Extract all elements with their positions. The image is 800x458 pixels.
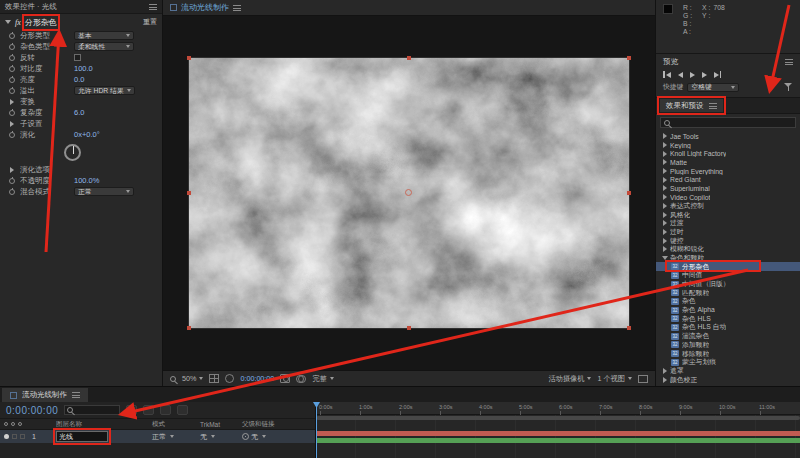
layer-handle[interactable] [187, 326, 191, 330]
layer-name-input[interactable] [56, 431, 108, 442]
effects-search-input[interactable] [673, 119, 792, 126]
stopwatch-icon[interactable] [9, 132, 15, 138]
fx-category-5[interactable]: Red Giant [656, 175, 800, 184]
viewer-timecode[interactable]: 0:00:00:00 [240, 374, 274, 383]
filter-funnel-icon[interactable] [784, 83, 793, 91]
collapse-triangle-icon[interactable] [5, 20, 11, 24]
first-frame-button[interactable] [663, 71, 671, 78]
composition-mini-flowchart-icon[interactable] [126, 405, 137, 415]
prop-select[interactable]: 基本 [74, 31, 134, 40]
panel-menu-icon[interactable] [149, 4, 157, 10]
fx-effect-20[interactable]: 32杂色 Alpha [656, 306, 800, 315]
stopwatch-icon[interactable] [9, 44, 15, 50]
parent-link-header[interactable]: 父级和链接 [242, 420, 312, 429]
graph-editor-icon[interactable] [177, 405, 188, 415]
disclosure-triangle-icon[interactable] [663, 368, 667, 374]
mode-header[interactable]: 模式 [152, 420, 200, 429]
layer-duration-bar-2[interactable] [316, 438, 800, 443]
effects-search-box[interactable] [660, 117, 796, 128]
stopwatch-icon[interactable] [9, 88, 15, 94]
stopwatch-icon[interactable] [9, 33, 15, 39]
disclosure-triangle-icon[interactable] [663, 194, 667, 200]
disclosure-triangle-icon[interactable] [662, 256, 668, 260]
zoom-select[interactable]: 50% [182, 374, 203, 383]
layer-trkmat-select[interactable]: 无 [200, 432, 242, 442]
layer-duration-bar[interactable] [316, 431, 800, 436]
pixel-aspect-icon[interactable] [638, 375, 648, 383]
layer-handle[interactable] [407, 326, 411, 330]
stopwatch-icon[interactable] [9, 55, 15, 61]
fx-effect-17[interactable]: 32中间值（旧版） [656, 280, 800, 289]
snapshot-camera-icon[interactable] [280, 374, 290, 383]
timeline-tab[interactable]: 流动光线制作 [2, 388, 88, 402]
prev-frame-button[interactable] [678, 72, 683, 78]
mask-visibility-icon[interactable] [225, 374, 234, 383]
fractal-noise-layer[interactable] [189, 58, 629, 328]
fx-effect-21[interactable]: 32杂色 HLS [656, 314, 800, 323]
layer-audio-toggle[interactable] [12, 434, 17, 439]
resolution-select[interactable]: 完整 [312, 374, 333, 384]
fx-effect-19[interactable]: 32杂色 [656, 297, 800, 306]
disclosure-triangle-icon[interactable] [663, 203, 667, 209]
layer-parent-select[interactable]: 无 [242, 432, 312, 442]
panel-menu-icon[interactable] [709, 103, 717, 109]
angle-dial[interactable] [64, 144, 81, 161]
grid-guides-icon[interactable] [209, 374, 219, 383]
disclosure-triangle-icon[interactable] [663, 168, 667, 174]
effects-presets-tab[interactable]: 效果和预设 [660, 99, 723, 112]
composition-tab[interactable]: 流动光线制作 [170, 2, 241, 13]
play-button[interactable] [690, 72, 695, 78]
disclosure-triangle-icon[interactable] [10, 121, 14, 127]
disclosure-triangle-icon[interactable] [663, 220, 667, 226]
disclosure-triangle-icon[interactable] [663, 377, 667, 383]
layer-handle[interactable] [627, 191, 631, 195]
work-area-bar[interactable] [316, 416, 800, 420]
disclosure-triangle-icon[interactable] [663, 177, 667, 183]
prop-select[interactable]: 允许 HDR 结果 [74, 86, 135, 95]
current-time-indicator[interactable] [316, 402, 317, 458]
layer-row[interactable]: 1 正常 无 无 [0, 430, 315, 443]
layer-lock-toggle[interactable] [20, 434, 25, 439]
panel-menu-icon[interactable] [72, 392, 80, 398]
timeline-track-area[interactable]: 0:00s1:00s2:00s3:00s4:00s5:00s6:00s7:00s… [316, 402, 800, 458]
disclosure-triangle-icon[interactable] [663, 212, 667, 218]
time-ruler[interactable]: 0:00s1:00s2:00s3:00s4:00s5:00s6:00s7:00s… [316, 402, 800, 415]
prop-value[interactable]: 0x+0.0° [74, 130, 100, 139]
motion-blur-icon[interactable] [160, 405, 171, 415]
prop-value[interactable]: 0.0 [74, 75, 84, 84]
disclosure-triangle-icon[interactable] [663, 133, 667, 139]
reset-button[interactable]: 重置 [143, 17, 157, 27]
stopwatch-icon[interactable] [9, 77, 15, 83]
fx-category-3[interactable]: Matte [656, 158, 800, 167]
effect-controls-tab[interactable]: 效果控件 · 光线 [0, 0, 162, 14]
fx-category-4[interactable]: Plugin Everything [656, 167, 800, 176]
disclosure-triangle-icon[interactable] [663, 159, 667, 165]
disclosure-triangle-icon[interactable] [663, 151, 667, 157]
anchor-point-icon[interactable] [405, 189, 412, 196]
layer-name-header[interactable]: 图层名称 [56, 420, 152, 429]
prop-select[interactable]: 柔和线性 [74, 42, 134, 51]
prop-value[interactable]: 100.0% [74, 176, 99, 185]
fx-effect-18[interactable]: 32匹配颗粒 [656, 288, 800, 297]
timeline-search-box[interactable] [64, 405, 120, 415]
camera-select[interactable]: 活动摄像机 [549, 374, 592, 384]
layer-mode-select[interactable]: 正常 [152, 432, 200, 442]
fx-category-0[interactable]: Jae Tools [656, 132, 800, 141]
disclosure-triangle-icon[interactable] [10, 99, 14, 105]
view-layout-select[interactable]: 1 个视图 [597, 374, 632, 384]
disclosure-triangle-icon[interactable] [10, 167, 14, 173]
prop-value[interactable]: 6.0 [74, 108, 84, 117]
layer-handle[interactable] [627, 326, 631, 330]
shortcut-select[interactable]: 空格键 [687, 83, 739, 92]
trkmat-header[interactable]: TrkMat [200, 421, 242, 428]
fx-effect-25[interactable]: 32移除颗粒 [656, 349, 800, 358]
fx-category-14[interactable]: 杂色和颗粒 [656, 254, 800, 263]
next-frame-button[interactable] [702, 72, 707, 78]
layer-handle[interactable] [187, 191, 191, 195]
stopwatch-icon[interactable] [9, 110, 15, 116]
fx-effect-22[interactable]: 32杂色 HLS 自动 [656, 323, 800, 332]
stopwatch-icon[interactable] [9, 178, 15, 184]
layer-handle[interactable] [407, 56, 411, 60]
disclosure-triangle-icon[interactable] [663, 246, 667, 252]
fx-category-28[interactable]: 颜色校正 [656, 375, 800, 384]
